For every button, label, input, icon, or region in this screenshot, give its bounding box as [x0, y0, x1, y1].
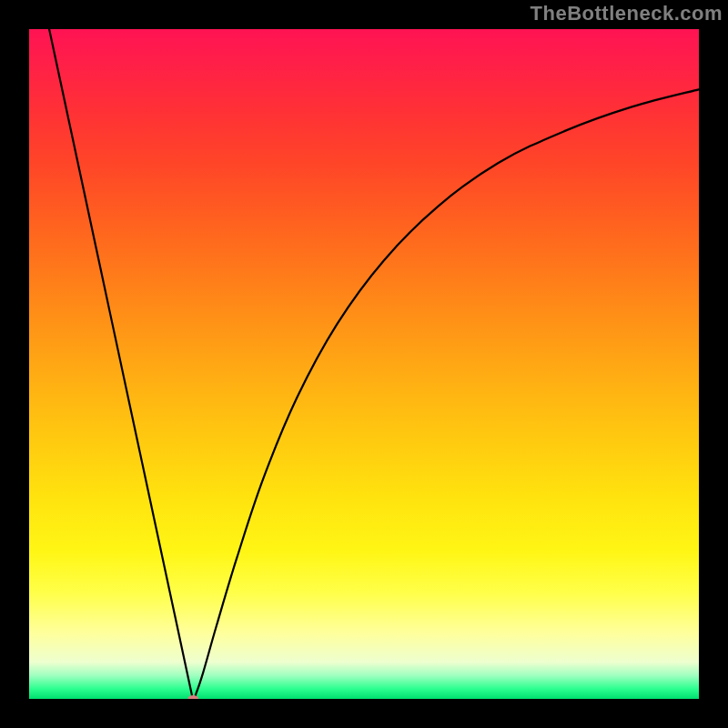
chart-svg	[29, 29, 699, 699]
chart-frame: TheBottleneck.com	[0, 0, 728, 728]
watermark-text: TheBottleneck.com	[531, 2, 723, 25]
plot-area	[29, 29, 699, 699]
chart-background	[29, 29, 699, 699]
